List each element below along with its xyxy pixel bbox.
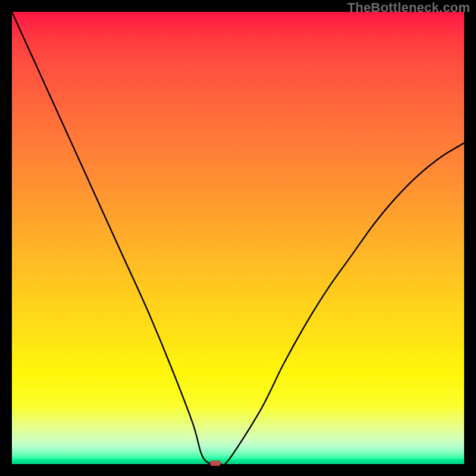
plot-background-gradient [12,12,464,464]
optimal-point-marker [210,461,221,466]
watermark-text: TheBottleneck.com [347,0,470,15]
